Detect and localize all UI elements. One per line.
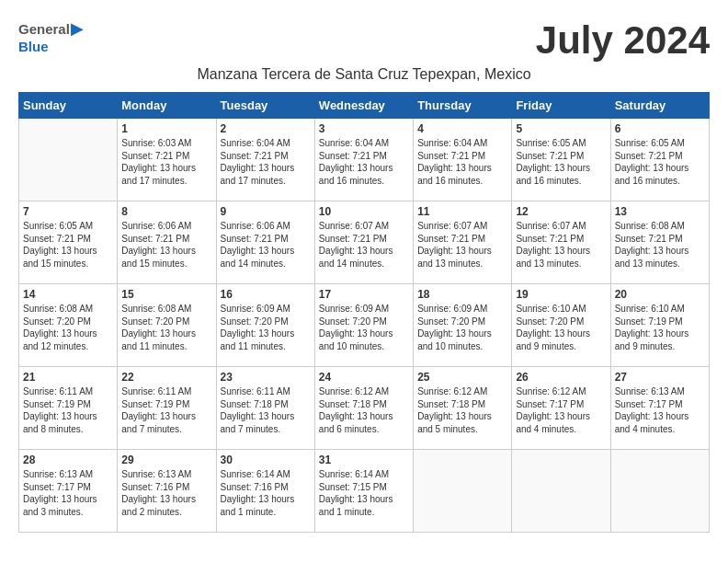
month-title: July 2024 xyxy=(536,18,710,63)
day-info: Sunrise: 6:11 AM Sunset: 7:18 PM Dayligh… xyxy=(221,385,311,435)
calendar-week-row: 1Sunrise: 6:03 AM Sunset: 7:21 PM Daylig… xyxy=(19,119,710,201)
calendar-cell: 21Sunrise: 6:11 AM Sunset: 7:19 PM Dayli… xyxy=(19,367,118,450)
day-number: 15 xyxy=(121,288,211,301)
calendar-cell: 12Sunrise: 6:07 AM Sunset: 7:21 PM Dayli… xyxy=(512,201,610,284)
weekday-header-row: SundayMondayTuesdayWednesdayThursdayFrid… xyxy=(19,93,710,119)
calendar-cell: 15Sunrise: 6:08 AM Sunset: 7:20 PM Dayli… xyxy=(118,284,216,367)
calendar-cell: 22Sunrise: 6:11 AM Sunset: 7:19 PM Dayli… xyxy=(118,367,216,450)
weekday-header-saturday: Saturday xyxy=(610,93,709,119)
day-number: 18 xyxy=(417,288,507,301)
calendar-cell: 20Sunrise: 6:10 AM Sunset: 7:19 PM Dayli… xyxy=(610,284,709,367)
calendar-week-row: 14Sunrise: 6:08 AM Sunset: 7:20 PM Dayli… xyxy=(19,284,710,367)
day-info: Sunrise: 6:09 AM Sunset: 7:20 PM Dayligh… xyxy=(221,303,311,352)
day-number: 31 xyxy=(319,454,409,466)
day-info: Sunrise: 6:06 AM Sunset: 7:21 PM Dayligh… xyxy=(221,220,311,270)
calendar-cell: 13Sunrise: 6:08 AM Sunset: 7:21 PM Dayli… xyxy=(610,201,709,284)
day-number: 21 xyxy=(23,371,113,384)
day-number: 20 xyxy=(615,288,705,301)
logo: General ▶ Blue xyxy=(18,18,84,54)
calendar-week-row: 28Sunrise: 6:13 AM Sunset: 7:17 PM Dayli… xyxy=(19,450,710,533)
day-number: 8 xyxy=(121,205,211,218)
day-number: 13 xyxy=(615,205,705,218)
calendar-cell: 24Sunrise: 6:12 AM Sunset: 7:18 PM Dayli… xyxy=(314,367,413,450)
day-number: 25 xyxy=(417,371,507,384)
calendar-table: SundayMondayTuesdayWednesdayThursdayFrid… xyxy=(18,92,710,533)
day-number: 10 xyxy=(319,205,409,218)
calendar-cell xyxy=(512,450,610,533)
day-info: Sunrise: 6:07 AM Sunset: 7:21 PM Dayligh… xyxy=(417,220,507,270)
logo-general: General xyxy=(18,21,70,37)
weekday-header-wednesday: Wednesday xyxy=(314,93,413,119)
calendar-cell: 10Sunrise: 6:07 AM Sunset: 7:21 PM Dayli… xyxy=(314,201,413,284)
day-info: Sunrise: 6:09 AM Sunset: 7:20 PM Dayligh… xyxy=(417,303,507,352)
day-info: Sunrise: 6:04 AM Sunset: 7:21 PM Dayligh… xyxy=(417,137,507,187)
calendar-week-row: 21Sunrise: 6:11 AM Sunset: 7:19 PM Dayli… xyxy=(19,367,710,450)
day-number: 4 xyxy=(417,122,507,135)
day-info: Sunrise: 6:13 AM Sunset: 7:17 PM Dayligh… xyxy=(615,385,705,435)
calendar-cell: 26Sunrise: 6:12 AM Sunset: 7:17 PM Dayli… xyxy=(512,367,610,450)
day-info: Sunrise: 6:05 AM Sunset: 7:21 PM Dayligh… xyxy=(516,137,606,187)
day-number: 29 xyxy=(121,454,211,466)
calendar-cell xyxy=(19,119,118,201)
calendar-cell: 6Sunrise: 6:05 AM Sunset: 7:21 PM Daylig… xyxy=(610,119,709,201)
day-number: 22 xyxy=(121,371,211,384)
weekday-header-monday: Monday xyxy=(118,93,216,119)
weekday-header-tuesday: Tuesday xyxy=(216,93,314,119)
day-number: 23 xyxy=(221,371,311,384)
subtitle: Manzana Tercera de Santa Cruz Tepexpan, … xyxy=(18,66,710,83)
calendar-cell: 17Sunrise: 6:09 AM Sunset: 7:20 PM Dayli… xyxy=(314,284,413,367)
calendar-cell xyxy=(414,450,512,533)
day-number: 17 xyxy=(319,288,409,301)
day-info: Sunrise: 6:11 AM Sunset: 7:19 PM Dayligh… xyxy=(121,385,211,435)
calendar-cell: 7Sunrise: 6:05 AM Sunset: 7:21 PM Daylig… xyxy=(19,201,118,284)
day-info: Sunrise: 6:05 AM Sunset: 7:21 PM Dayligh… xyxy=(615,137,705,187)
day-number: 26 xyxy=(516,371,606,384)
page-header: General ▶ Blue July 2024 xyxy=(18,18,710,63)
day-info: Sunrise: 6:11 AM Sunset: 7:19 PM Dayligh… xyxy=(23,385,113,435)
day-info: Sunrise: 6:10 AM Sunset: 7:19 PM Dayligh… xyxy=(615,303,705,352)
calendar-cell: 28Sunrise: 6:13 AM Sunset: 7:17 PM Dayli… xyxy=(19,450,118,533)
day-info: Sunrise: 6:10 AM Sunset: 7:20 PM Dayligh… xyxy=(516,303,606,352)
day-number: 7 xyxy=(23,205,113,218)
calendar-cell: 19Sunrise: 6:10 AM Sunset: 7:20 PM Dayli… xyxy=(512,284,610,367)
day-info: Sunrise: 6:04 AM Sunset: 7:21 PM Dayligh… xyxy=(319,137,409,187)
day-info: Sunrise: 6:09 AM Sunset: 7:20 PM Dayligh… xyxy=(319,303,409,352)
day-info: Sunrise: 6:14 AM Sunset: 7:15 PM Dayligh… xyxy=(319,468,409,518)
day-number: 30 xyxy=(221,454,311,466)
calendar-week-row: 7Sunrise: 6:05 AM Sunset: 7:21 PM Daylig… xyxy=(19,201,710,284)
day-number: 19 xyxy=(516,288,606,301)
calendar-cell: 4Sunrise: 6:04 AM Sunset: 7:21 PM Daylig… xyxy=(414,119,512,201)
calendar-cell: 14Sunrise: 6:08 AM Sunset: 7:20 PM Dayli… xyxy=(19,284,118,367)
day-number: 9 xyxy=(221,205,311,218)
day-number: 12 xyxy=(516,205,606,218)
calendar-cell: 27Sunrise: 6:13 AM Sunset: 7:17 PM Dayli… xyxy=(610,367,709,450)
day-info: Sunrise: 6:13 AM Sunset: 7:16 PM Dayligh… xyxy=(121,468,211,518)
day-number: 3 xyxy=(319,122,409,135)
weekday-header-thursday: Thursday xyxy=(414,93,512,119)
calendar-cell xyxy=(610,450,709,533)
calendar-cell: 29Sunrise: 6:13 AM Sunset: 7:16 PM Dayli… xyxy=(118,450,216,533)
calendar-cell: 18Sunrise: 6:09 AM Sunset: 7:20 PM Dayli… xyxy=(414,284,512,367)
day-info: Sunrise: 6:08 AM Sunset: 7:20 PM Dayligh… xyxy=(121,303,211,352)
day-info: Sunrise: 6:03 AM Sunset: 7:21 PM Dayligh… xyxy=(121,137,211,187)
day-info: Sunrise: 6:12 AM Sunset: 7:18 PM Dayligh… xyxy=(417,385,507,435)
day-info: Sunrise: 6:04 AM Sunset: 7:21 PM Dayligh… xyxy=(221,137,311,187)
calendar-cell: 31Sunrise: 6:14 AM Sunset: 7:15 PM Dayli… xyxy=(314,450,413,533)
calendar-cell: 1Sunrise: 6:03 AM Sunset: 7:21 PM Daylig… xyxy=(118,119,216,201)
day-number: 14 xyxy=(23,288,113,301)
day-info: Sunrise: 6:06 AM Sunset: 7:21 PM Dayligh… xyxy=(121,220,211,270)
calendar-cell: 8Sunrise: 6:06 AM Sunset: 7:21 PM Daylig… xyxy=(118,201,216,284)
logo-triangle-icon: ▶ xyxy=(71,18,84,39)
day-info: Sunrise: 6:12 AM Sunset: 7:18 PM Dayligh… xyxy=(319,385,409,435)
day-number: 5 xyxy=(516,122,606,135)
calendar-cell: 2Sunrise: 6:04 AM Sunset: 7:21 PM Daylig… xyxy=(216,119,314,201)
day-number: 6 xyxy=(615,122,705,135)
day-number: 2 xyxy=(221,122,311,135)
calendar-cell: 25Sunrise: 6:12 AM Sunset: 7:18 PM Dayli… xyxy=(414,367,512,450)
logo-blue: Blue xyxy=(18,39,84,54)
calendar-cell: 11Sunrise: 6:07 AM Sunset: 7:21 PM Dayli… xyxy=(414,201,512,284)
calendar-cell: 23Sunrise: 6:11 AM Sunset: 7:18 PM Dayli… xyxy=(216,367,314,450)
day-info: Sunrise: 6:05 AM Sunset: 7:21 PM Dayligh… xyxy=(23,220,113,270)
day-info: Sunrise: 6:07 AM Sunset: 7:21 PM Dayligh… xyxy=(516,220,606,270)
weekday-header-friday: Friday xyxy=(512,93,610,119)
